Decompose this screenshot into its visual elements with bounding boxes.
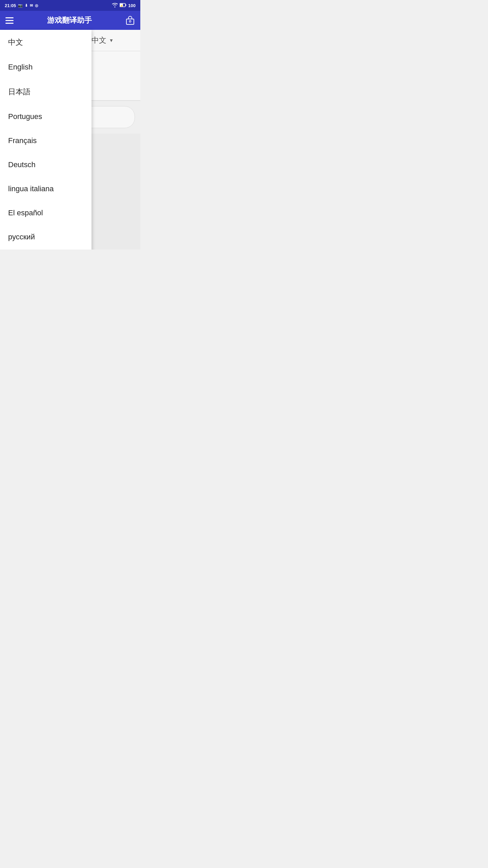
dropdown-item-es[interactable]: El español	[0, 201, 92, 225]
status-time: 21:05 📷 ⬇ ✉ ◎	[5, 3, 38, 8]
app-bar: 游戏翻译助手	[0, 11, 140, 30]
dropdown-item-ja[interactable]: 日本語	[0, 79, 92, 105]
svg-text:⚡: ⚡	[120, 4, 123, 7]
time-text: 21:05	[5, 3, 16, 8]
dropdown-item-it[interactable]: lingua italiana	[0, 177, 92, 201]
dropdown-item-ko[interactable]: 한국어	[0, 249, 92, 250]
bag-button[interactable]	[125, 16, 135, 25]
menu-button[interactable]	[5, 17, 14, 24]
status-indicators: ⚡ 100	[112, 3, 136, 8]
battery-text: 100	[128, 3, 136, 8]
mail-icon: ✉	[30, 3, 33, 8]
svg-point-5	[129, 21, 131, 22]
dropdown-item-zh[interactable]: 中文	[0, 30, 92, 55]
app-title: 游戏翻译助手	[47, 15, 92, 25]
status-bar: 21:05 📷 ⬇ ✉ ◎ ⚡ 100	[0, 0, 140, 11]
circle-icon: ◎	[35, 3, 38, 8]
hamburger-line-1	[5, 17, 14, 18]
dropdown-item-pt[interactable]: Portugues	[0, 105, 92, 129]
dropdown-item-en[interactable]: English	[0, 55, 92, 79]
battery-outline-icon: ⚡	[120, 3, 126, 8]
language-dropdown-menu: 中文 English 日本語 Portugues Français Deutsc…	[0, 30, 92, 250]
dropdown-item-ru[interactable]: русский	[0, 225, 92, 249]
camera-icon: 📷	[18, 3, 23, 8]
download-icon: ⬇	[25, 3, 28, 8]
svg-rect-4	[126, 19, 134, 24]
dropdown-item-fr[interactable]: Français	[0, 129, 92, 153]
dropdown-dim-overlay[interactable]	[92, 30, 140, 250]
hamburger-line-2	[5, 20, 14, 21]
dropdown-item-de[interactable]: Deutsch	[0, 153, 92, 177]
svg-rect-1	[126, 4, 126, 6]
wifi-icon	[112, 3, 118, 8]
hamburger-line-3	[5, 23, 14, 24]
